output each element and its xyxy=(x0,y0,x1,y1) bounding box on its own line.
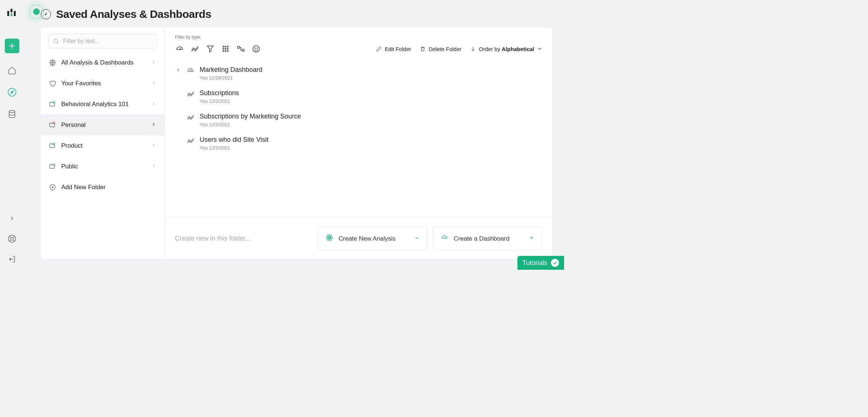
svg-point-32 xyxy=(223,48,224,50)
list-item[interactable]: Subscriptions You 12/2/2021 xyxy=(175,89,542,104)
item-title: Subscriptions xyxy=(200,89,542,97)
create-dashboard-label: Create a Dashboard xyxy=(454,235,509,242)
tutorials-label: Tutorials xyxy=(523,259,547,267)
folder-label: Public xyxy=(61,163,146,170)
edit-folder-button[interactable]: Edit Folder xyxy=(376,46,411,52)
toolbar: Filter by type: Edit Folder xyxy=(165,27,552,59)
svg-line-49 xyxy=(445,237,446,238)
filter-analysis-icon[interactable] xyxy=(190,44,200,54)
svg-marker-7 xyxy=(11,91,14,94)
compass-icon[interactable] xyxy=(7,87,17,97)
chevron-right-icon[interactable] xyxy=(175,66,181,73)
help-icon[interactable] xyxy=(7,234,17,243)
svg-point-10 xyxy=(11,237,13,240)
globe-icon xyxy=(49,59,56,66)
plus-circle-icon xyxy=(49,184,56,191)
svg-point-37 xyxy=(227,51,228,52)
folder-shared-icon xyxy=(49,163,56,170)
item-meta: You 12/2/2021 xyxy=(200,122,542,127)
svg-point-35 xyxy=(223,51,224,52)
svg-line-44 xyxy=(191,70,192,71)
svg-rect-38 xyxy=(238,46,239,48)
page-header: Saved Analyses & Dashboards xyxy=(41,8,211,20)
delete-folder-button[interactable]: Delete Folder xyxy=(420,46,461,52)
arrow-down-icon xyxy=(470,46,476,52)
chevron-right-icon xyxy=(151,101,156,108)
folder-product[interactable]: Product xyxy=(41,135,164,156)
item-title: Subscriptions by Marketing Source xyxy=(200,113,542,120)
filter-funnel-icon[interactable] xyxy=(206,44,215,54)
folder-label: Personal xyxy=(61,121,146,129)
heart-icon xyxy=(49,80,56,87)
svg-point-17 xyxy=(54,39,58,43)
chevron-right-icon xyxy=(151,122,156,128)
search-box[interactable] xyxy=(48,34,157,48)
folder-item[interactable]: Behavioral Analytics 101 xyxy=(41,94,164,114)
chevron-right-icon xyxy=(151,163,156,170)
item-meta: You 12/2/2021 xyxy=(200,145,542,151)
atom-icon xyxy=(325,234,333,243)
filter-cohort-icon[interactable] xyxy=(221,44,230,54)
tutorials-button[interactable]: Tutorials xyxy=(517,256,564,270)
order-by-prefix: Order by xyxy=(479,46,502,52)
chevron-right-icon xyxy=(151,143,156,149)
list-item[interactable]: Users who did Site Visit You 12/2/2021 xyxy=(175,136,542,151)
filter-input[interactable] xyxy=(63,38,152,44)
svg-rect-3 xyxy=(14,11,16,16)
svg-point-42 xyxy=(257,48,258,48)
analysis-icon xyxy=(187,136,195,145)
folder-locked-icon xyxy=(49,121,56,129)
folder-favorites[interactable]: Your Favorites xyxy=(41,73,164,94)
svg-rect-1 xyxy=(11,9,12,12)
database-icon[interactable] xyxy=(7,109,17,119)
folder-sidebar: All Analysis & Dashboards Your Favorites… xyxy=(41,27,165,259)
svg-point-29 xyxy=(223,46,224,47)
order-by-value: Alphabetical xyxy=(502,46,534,52)
add-folder-button[interactable]: Add New Folder xyxy=(41,177,164,198)
folder-label: Your Favorites xyxy=(61,80,146,87)
item-list: Marketing Dashboard You 11/29/2021 Subsc… xyxy=(165,59,552,158)
filter-persona-icon[interactable] xyxy=(251,44,261,54)
bottom-bar: Create new in this folder... Create New … xyxy=(165,218,552,259)
plus-icon xyxy=(529,235,535,242)
app-logo xyxy=(7,9,17,18)
order-by-dropdown[interactable]: Order by Alphabetical xyxy=(470,46,542,52)
home-icon[interactable] xyxy=(7,66,17,75)
folder-label: Product xyxy=(61,142,146,149)
folder-public[interactable]: Public xyxy=(41,156,164,177)
svg-point-36 xyxy=(225,51,226,52)
svg-point-8 xyxy=(9,110,15,113)
item-title: Users who did Site Visit xyxy=(200,136,542,144)
folder-personal[interactable]: Personal xyxy=(41,114,164,135)
create-new-button[interactable] xyxy=(5,39,19,53)
list-item[interactable]: Marketing Dashboard You 11/29/2021 xyxy=(175,66,542,81)
svg-point-46 xyxy=(326,236,333,239)
folder-shared-icon xyxy=(49,101,56,108)
chevron-right-icon xyxy=(151,80,156,87)
list-item[interactable]: Subscriptions by Marketing Source You 12… xyxy=(175,113,542,127)
pencil-icon xyxy=(376,46,382,52)
chevron-right-icon xyxy=(151,59,156,66)
add-folder-label: Add New Folder xyxy=(61,184,156,191)
svg-point-34 xyxy=(227,48,228,50)
logout-icon[interactable] xyxy=(7,254,17,264)
chevron-down-icon xyxy=(537,46,542,51)
folder-all[interactable]: All Analysis & Dashboards xyxy=(41,52,164,73)
svg-line-18 xyxy=(57,42,59,44)
chevron-right-icon[interactable] xyxy=(7,214,17,223)
create-analysis-button[interactable]: Create New Analysis xyxy=(318,227,427,250)
analysis-icon xyxy=(187,113,195,121)
create-dashboard-button[interactable]: Create a Dashboard xyxy=(433,227,542,250)
folder-shared-icon xyxy=(49,142,56,149)
svg-point-40 xyxy=(253,46,259,52)
chevron-down-icon xyxy=(414,235,419,242)
filter-dashboard-icon[interactable] xyxy=(175,44,184,54)
create-analysis-label: Create New Analysis xyxy=(339,235,396,242)
svg-point-31 xyxy=(227,46,228,47)
filter-journey-icon[interactable] xyxy=(236,44,246,54)
analysis-icon xyxy=(187,89,195,98)
main-panel: All Analysis & Dashboards Your Favorites… xyxy=(41,27,552,259)
item-meta: You 12/2/2021 xyxy=(200,98,542,104)
main-content: Filter by type: Edit Folder xyxy=(165,27,552,259)
item-meta: You 11/29/2021 xyxy=(200,75,542,81)
